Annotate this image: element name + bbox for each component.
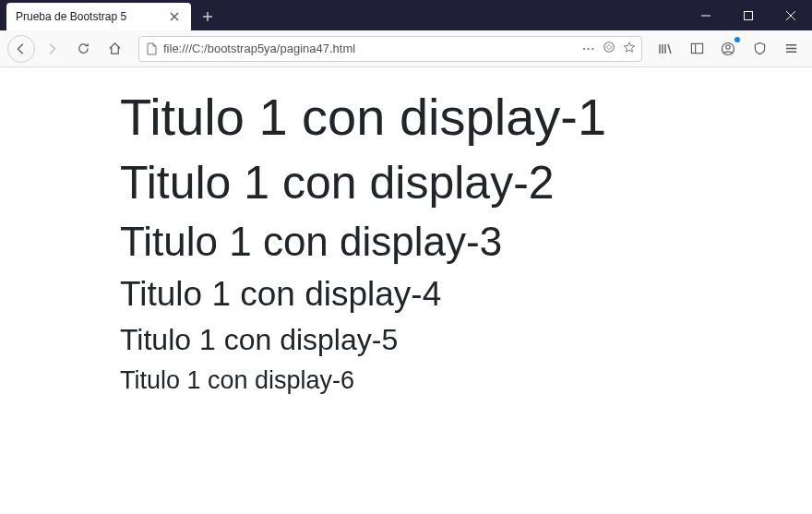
close-tab-icon[interactable] (167, 9, 182, 24)
sidebar-icon[interactable] (683, 35, 710, 63)
heading-display-4: Titulo 1 con display-4 (120, 274, 812, 315)
page-actions-icon[interactable]: ··· (582, 42, 595, 55)
reader-mode-icon[interactable] (603, 41, 615, 56)
menu-icon[interactable] (777, 35, 805, 63)
account-icon[interactable] (714, 35, 742, 63)
svg-rect-2 (691, 43, 702, 53)
browser-toolbar: file:///C:/bootstrap5ya/pagina47.html ··… (0, 30, 812, 67)
forward-button[interactable] (37, 34, 66, 64)
heading-display-3: Titulo 1 con display-3 (120, 218, 812, 267)
home-button[interactable] (100, 34, 129, 64)
back-button[interactable] (7, 35, 35, 63)
file-icon (145, 42, 158, 55)
svg-point-1 (604, 42, 615, 53)
heading-display-1: Titulo 1 con display-1 (120, 86, 812, 148)
window-titlebar: Prueba de Bootstrap 5 (0, 0, 812, 30)
window-controls (685, 0, 812, 30)
urlbar-actions: ··· (582, 41, 636, 56)
reload-button[interactable] (68, 34, 98, 64)
tab-strip: Prueba de Bootstrap 5 (0, 0, 221, 30)
browser-tab[interactable]: Prueba de Bootstrap 5 (6, 3, 191, 30)
svg-rect-0 (745, 11, 753, 19)
toolbar-right (651, 35, 805, 63)
heading-display-2: Titulo 1 con display-2 (120, 155, 812, 210)
new-tab-button[interactable] (195, 4, 221, 30)
bookmark-star-icon[interactable] (623, 41, 636, 56)
page-content: Titulo 1 con display-1 Titulo 1 con disp… (0, 67, 812, 395)
heading-display-6: Titulo 1 con display-6 (120, 365, 812, 395)
address-bar[interactable]: file:///C:/bootstrap5ya/pagina47.html ··… (138, 36, 642, 62)
library-icon[interactable] (651, 35, 679, 63)
minimize-button[interactable] (685, 2, 727, 30)
tab-title: Prueba de Bootstrap 5 (16, 10, 167, 23)
heading-display-5: Titulo 1 con display-5 (120, 322, 812, 357)
svg-point-4 (726, 44, 730, 48)
protections-shield-icon[interactable] (746, 35, 773, 63)
url-text: file:///C:/bootstrap5ya/pagina47.html (163, 42, 577, 55)
maximize-button[interactable] (727, 2, 770, 30)
close-window-button[interactable] (770, 2, 812, 30)
